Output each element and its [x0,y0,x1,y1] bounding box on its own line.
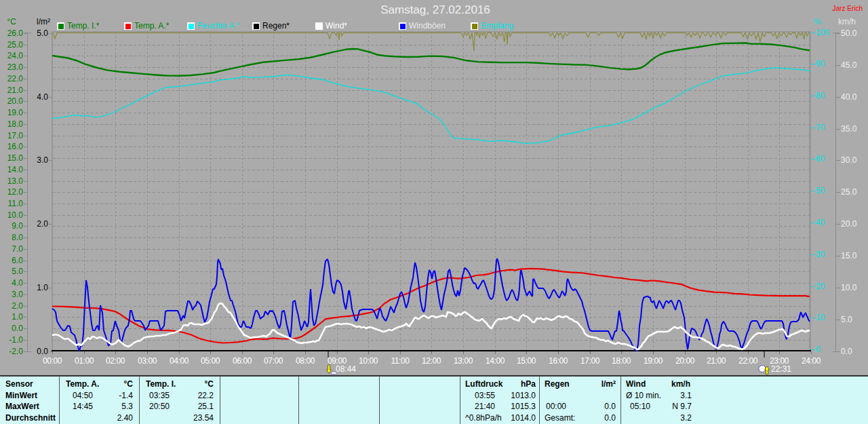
svg-text:22:00: 22:00 [738,356,758,366]
svg-text:0.0: 0.0 [841,347,852,356]
svg-text:70: 70 [816,123,825,132]
svg-text:%: % [814,17,821,26]
svg-text:19.0: 19.0 [7,108,24,117]
svg-text:00:00: 00:00 [43,356,62,366]
svg-text:90: 90 [816,59,825,69]
svg-text:20.0: 20.0 [841,219,857,229]
svg-text:Wind*: Wind* [326,21,347,31]
svg-text:13.0: 13.0 [7,176,24,186]
svg-text:2.0: 2.0 [12,301,23,311]
svg-text:14:00: 14:00 [486,356,505,366]
svg-text:9.0: 9.0 [12,221,23,231]
svg-text:02:00: 02:00 [106,356,125,366]
svg-text:20.0: 20.0 [7,96,24,106]
svg-text:l/m²: l/m² [37,17,50,26]
svg-text:Feuchte A.*: Feuchte A.* [197,21,239,31]
svg-text:30.0: 30.0 [841,155,857,165]
svg-text:18.0: 18.0 [7,119,24,129]
svg-text:13:00: 13:00 [454,356,473,366]
svg-text:03:00: 03:00 [138,356,157,366]
svg-text:16.0: 16.0 [7,142,24,151]
svg-text:21:00: 21:00 [707,356,726,366]
svg-text:1.0: 1.0 [12,312,23,322]
svg-text:4.0: 4.0 [12,278,23,288]
svg-text:15.0: 15.0 [841,251,857,261]
svg-text:-1.0: -1.0 [9,335,23,345]
svg-text:3.0: 3.0 [12,290,23,299]
svg-text:15.0: 15.0 [7,153,24,163]
svg-text:12.0: 12.0 [7,187,24,197]
svg-text:6.0: 6.0 [12,256,23,265]
svg-text:50: 50 [816,186,825,195]
svg-text:0: 0 [816,345,821,354]
svg-text:19:00: 19:00 [644,356,663,366]
svg-text:15:00: 15:00 [517,356,536,366]
svg-text:22.0: 22.0 [7,74,24,83]
svg-text:100: 100 [816,28,829,37]
svg-text:05:00: 05:00 [201,356,220,366]
svg-text:20:00: 20:00 [675,356,695,366]
svg-text:10: 10 [816,313,825,322]
svg-text:07:00: 07:00 [264,356,283,366]
svg-text:3.0: 3.0 [37,155,48,165]
svg-text:18:00: 18:00 [612,356,631,366]
svg-text:17:00: 17:00 [580,356,600,366]
svg-text:21.0: 21.0 [7,85,24,95]
svg-text:10.0: 10.0 [841,283,857,292]
svg-text:-2.0: -2.0 [9,347,23,356]
svg-text:17.0: 17.0 [7,131,24,140]
svg-text:24:00: 24:00 [802,356,821,366]
svg-text:40.0: 40.0 [841,92,857,102]
svg-text:26.0: 26.0 [7,28,24,38]
svg-text:35.0: 35.0 [841,124,857,134]
svg-text:24.0: 24.0 [7,51,24,60]
svg-text:60: 60 [816,154,825,163]
svg-text:10:00: 10:00 [359,356,378,366]
svg-text:4.0: 4.0 [37,92,48,102]
svg-text:Samstag, 27.02.2016: Samstag, 27.02.2016 [380,3,490,16]
svg-text:25.0: 25.0 [7,40,24,50]
svg-text:80: 80 [816,91,825,100]
svg-text:45.0: 45.0 [841,60,857,70]
svg-text:5.0: 5.0 [841,315,852,324]
svg-text:12:00: 12:00 [422,356,441,366]
svg-text:Regen*: Regen* [262,21,290,31]
svg-text:km/h: km/h [838,17,856,26]
svg-text:Temp. A.*: Temp. A.* [134,21,170,31]
svg-text:14.0: 14.0 [7,165,24,174]
svg-text:50.0: 50.0 [841,28,857,38]
svg-text:0.0: 0.0 [37,347,48,356]
svg-text:16:00: 16:00 [549,356,568,366]
svg-text:0.0: 0.0 [12,324,23,333]
svg-text:Windböen: Windböen [409,21,446,31]
svg-text:06:00: 06:00 [233,356,252,366]
svg-text:Jarz Erich: Jarz Erich [833,5,863,12]
svg-text:30: 30 [816,250,825,259]
svg-text:04:00: 04:00 [170,356,189,366]
svg-text:20: 20 [816,282,825,291]
svg-text:25.0: 25.0 [841,187,857,197]
svg-text:8.0: 8.0 [12,233,23,242]
svg-text:40: 40 [816,218,825,227]
svg-text:Temp. I.*: Temp. I.* [67,21,100,31]
svg-text:°C: °C [7,17,17,26]
svg-text:1.0: 1.0 [37,283,48,292]
svg-text:01:00: 01:00 [75,356,94,366]
svg-text:5.0: 5.0 [37,28,48,38]
svg-text:11.0: 11.0 [8,199,24,208]
svg-text:22:31: 22:31 [771,364,791,374]
svg-text:08:00: 08:00 [296,356,315,366]
svg-text:2.0: 2.0 [37,219,48,229]
svg-text:5.0: 5.0 [12,267,23,276]
svg-text:Empfang: Empfang [481,21,513,31]
svg-text:08:44: 08:44 [336,364,356,374]
svg-text:23.0: 23.0 [7,62,24,72]
svg-text:10.0: 10.0 [7,210,24,220]
svg-text:11:00: 11:00 [391,356,410,366]
svg-text:7.0: 7.0 [12,244,23,254]
